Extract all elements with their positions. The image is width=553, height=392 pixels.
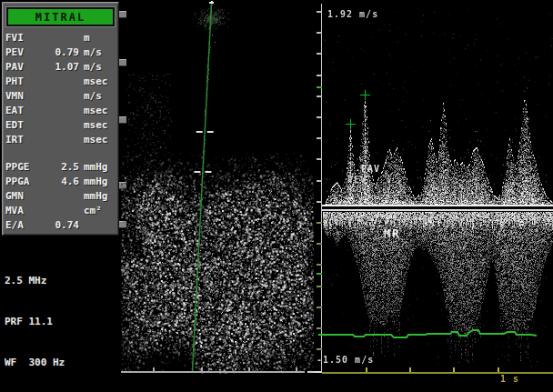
ultrasound-screen: MITRAL FVIm PEV0.79m/s PAV1.07m/s PHTmse… — [0, 0, 553, 392]
wall-filter-value: WF 300 Hz — [5, 356, 65, 369]
tech-params: 2.5 MHz PRF 11.1 WF 300 Hz — [5, 246, 65, 392]
measurement-unit: m — [84, 31, 116, 45]
measurement-unit: mmHg — [84, 160, 116, 175]
time-scale-label: 1 s — [500, 374, 519, 384]
measurement-unit: m/s — [84, 45, 116, 60]
measurement-row: PEV0.79m/s — [3, 45, 118, 60]
measurement-unit: m/s — [84, 60, 116, 75]
measurement-unit: mmHg — [84, 175, 116, 189]
prf-value: PRF 11.1 — [5, 315, 65, 328]
measurement-value: 0.79 — [42, 45, 84, 60]
measurement-value — [42, 31, 84, 45]
measurement-value — [42, 204, 84, 218]
measurement-value — [42, 89, 84, 104]
measurement-unit: msec — [84, 104, 116, 118]
measurement-label: GMN — [5, 189, 42, 204]
pev-wave-label: PEV — [347, 175, 367, 185]
mr-wave-label: MR — [384, 227, 400, 240]
measurement-label: PEV — [5, 45, 42, 60]
pav-wave-label: PAV — [361, 164, 380, 174]
measurement-row: PPGE2.5mmHg — [3, 160, 118, 175]
measurement-value — [42, 75, 84, 89]
measurement-value — [42, 133, 84, 147]
measurement-label: PAV — [5, 60, 42, 75]
measurement-unit: m/s — [84, 89, 116, 104]
exam-type-label: MITRAL — [35, 11, 85, 24]
measurement-value: 1.07 — [42, 60, 84, 75]
measurement-unit: msec — [84, 75, 116, 89]
measurement-row: VMNm/s — [3, 89, 118, 104]
measurement-label: E/A — [5, 218, 42, 233]
measurement-value — [42, 104, 84, 118]
bmode-canvas[interactable] — [121, 0, 314, 392]
measurement-value — [42, 118, 84, 133]
measurement-row: PPGA4.6mmHg — [3, 175, 118, 189]
transducer-frequency: 2.5 MHz — [5, 274, 65, 287]
spectral-canvas[interactable] — [314, 0, 553, 392]
measurement-row: MVAcm² — [3, 204, 118, 218]
measurement-label: FVI — [5, 31, 42, 45]
measurement-row: IRTmsec — [3, 133, 118, 147]
measurement-unit: cm² — [84, 204, 116, 218]
velocity-scale-min-label: -1.50 m/s — [317, 355, 374, 365]
measurement-value: 2.5 — [42, 160, 84, 175]
measurement-row: E/A0.74 — [3, 218, 118, 233]
measurement-value — [42, 189, 84, 204]
measurement-row: GMNmmHg — [3, 189, 118, 204]
measurement-unit: mmHg — [84, 189, 116, 204]
exam-type-header: MITRAL — [6, 7, 115, 26]
measurement-label: IRT — [5, 133, 42, 147]
spectral-doppler-area[interactable]: 1.92 m/s -1.50 m/s 1 s PAV PEV MR — [314, 0, 553, 392]
measurement-row: PHTmsec — [3, 75, 118, 89]
measurement-row: PAV1.07m/s — [3, 60, 118, 75]
measurement-unit: msec — [84, 133, 116, 147]
measurement-label: PPGE — [5, 160, 42, 175]
measurement-value: 0.74 — [42, 218, 84, 233]
measurement-label: PHT — [5, 75, 42, 89]
measurement-row: EATmsec — [3, 104, 118, 118]
measurement-label: EAT — [5, 104, 42, 118]
measurement-panel: MITRAL FVIm PEV0.79m/s PAV1.07m/s PHTmse… — [2, 2, 119, 236]
measurement-rows: FVIm PEV0.79m/s PAV1.07m/s PHTmsec VMNm/… — [3, 31, 118, 233]
measurement-unit: msec — [84, 118, 116, 133]
caliper-marker-icon[interactable] — [346, 119, 356, 129]
bmode-image-area[interactable] — [121, 0, 314, 392]
measurement-value: 4.6 — [42, 175, 84, 189]
measurement-unit — [84, 218, 116, 233]
measurement-label: VMN — [5, 89, 42, 104]
measurement-label: PPGA — [5, 175, 42, 189]
measurement-row: EDTmsec — [3, 118, 118, 133]
velocity-scale-max-label: 1.92 m/s — [327, 9, 378, 19]
measurement-label: EDT — [5, 118, 42, 133]
measurement-row: FVIm — [3, 31, 118, 45]
measurement-label: MVA — [5, 204, 42, 218]
caliper-marker-icon[interactable] — [360, 90, 370, 100]
